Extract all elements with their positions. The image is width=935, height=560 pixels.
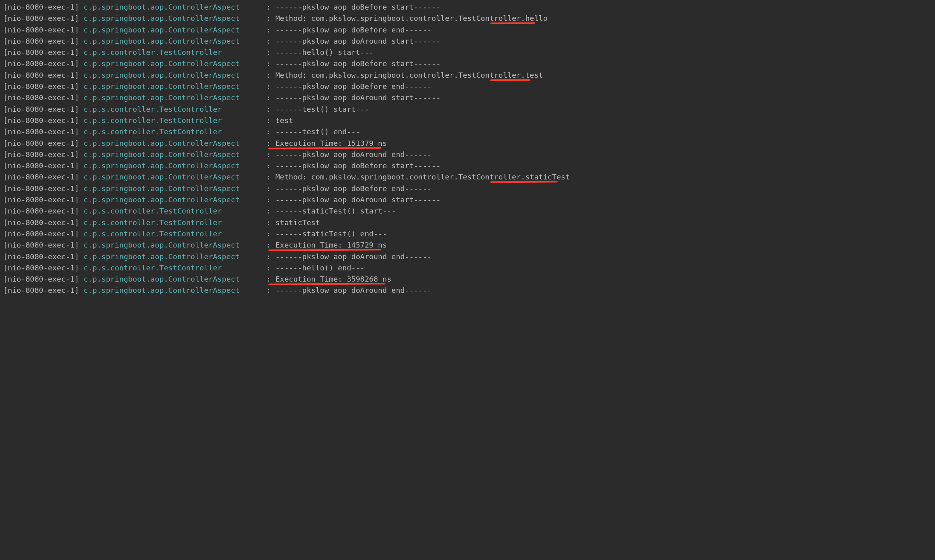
log-message: ------staticTest() end---: [275, 230, 387, 238]
thread-name: [nio-8080-exec-1]: [3, 14, 83, 22]
log-line: [nio-8080-exec-1] c.p.s.controller.TestC…: [3, 115, 932, 126]
logger-name: c.p.springboot.aop.ControllerAspect: [83, 82, 262, 91]
thread-name: [nio-8080-exec-1]: [3, 37, 83, 45]
logger-name: c.p.springboot.aop.ControllerAspect: [83, 3, 262, 11]
log-line: [nio-8080-exec-1] c.p.springboot.aop.Con…: [3, 183, 932, 194]
logger-name: c.p.springboot.aop.ControllerAspect: [83, 252, 262, 261]
separator: :: [262, 82, 275, 91]
logger-name: c.p.springboot.aop.ControllerAspect: [83, 161, 262, 170]
log-line: [nio-8080-exec-1] c.p.springboot.aop.Con…: [3, 274, 932, 285]
log-message: ------pkslow aop doAround end------: [275, 286, 431, 294]
logger-name: c.p.s.controller.TestController: [83, 207, 262, 215]
separator: :: [262, 37, 275, 45]
separator: :: [262, 59, 275, 68]
separator: :: [262, 139, 275, 147]
thread-name: [nio-8080-exec-1]: [3, 252, 83, 261]
logger-name: c.p.springboot.aop.ControllerAspect: [83, 275, 262, 283]
separator: :: [262, 184, 275, 193]
thread-name: [nio-8080-exec-1]: [3, 105, 83, 113]
log-message: ------pkslow aop doAround end------: [275, 252, 431, 261]
logger-name: c.p.springboot.aop.ControllerAspect: [83, 195, 262, 204]
separator: :: [262, 241, 275, 249]
separator: :: [262, 3, 275, 11]
log-message: Method: com.pkslow.springboot.controller…: [275, 173, 570, 181]
thread-name: [nio-8080-exec-1]: [3, 150, 83, 159]
log-line: [nio-8080-exec-1] c.p.s.controller.TestC…: [3, 205, 932, 217]
logger-name: c.p.s.controller.TestController: [83, 105, 262, 113]
log-message: ------test() start---: [275, 105, 369, 113]
log-line: [nio-8080-exec-1] c.p.s.controller.TestC…: [3, 104, 932, 115]
log-line: [nio-8080-exec-1] c.p.springboot.aop.Con…: [3, 58, 932, 69]
logger-name: c.p.s.controller.TestController: [83, 264, 262, 272]
log-line: [nio-8080-exec-1] c.p.springboot.aop.Con…: [3, 240, 932, 251]
separator: :: [262, 173, 275, 181]
separator: :: [262, 252, 275, 261]
thread-name: [nio-8080-exec-1]: [3, 116, 83, 125]
log-line: [nio-8080-exec-1] c.p.springboot.aop.Con…: [3, 149, 932, 160]
separator: :: [262, 26, 275, 34]
log-message: ------staticTest() start---: [275, 207, 396, 215]
log-line: [nio-8080-exec-1] c.p.springboot.aop.Con…: [3, 36, 932, 47]
thread-name: [nio-8080-exec-1]: [3, 161, 83, 170]
logger-name: c.p.s.controller.TestController: [83, 230, 262, 238]
logger-name: c.p.s.controller.TestController: [83, 116, 262, 125]
separator: :: [262, 48, 275, 56]
log-message: ------hello() start---: [275, 48, 373, 56]
thread-name: [nio-8080-exec-1]: [3, 173, 83, 181]
log-message: ------pkslow aop doBefore end------: [275, 26, 431, 34]
logger-name: c.p.springboot.aop.ControllerAspect: [83, 59, 262, 68]
log-line: [nio-8080-exec-1] c.p.s.controller.TestC…: [3, 262, 932, 274]
log-line: [nio-8080-exec-1] c.p.springboot.aop.Con…: [3, 138, 932, 149]
log-message: Execution Time: 3598268 ns: [275, 275, 391, 283]
thread-name: [nio-8080-exec-1]: [3, 59, 83, 68]
separator: :: [262, 127, 275, 136]
separator: :: [262, 116, 275, 125]
log-message: Method: com.pkslow.springboot.controller…: [275, 14, 547, 22]
separator: :: [262, 105, 275, 113]
thread-name: [nio-8080-exec-1]: [3, 71, 83, 79]
log-message: test: [275, 116, 293, 125]
log-message: ------test() end---: [275, 127, 360, 136]
log-line: [nio-8080-exec-1] c.p.s.controller.TestC…: [3, 47, 932, 58]
logger-name: c.p.s.controller.TestController: [83, 48, 262, 56]
thread-name: [nio-8080-exec-1]: [3, 207, 83, 215]
separator: :: [262, 150, 275, 159]
thread-name: [nio-8080-exec-1]: [3, 26, 83, 34]
separator: :: [262, 264, 275, 272]
logger-name: c.p.springboot.aop.ControllerAspect: [83, 139, 262, 147]
log-line: [nio-8080-exec-1] c.p.s.controller.TestC…: [3, 217, 932, 228]
thread-name: [nio-8080-exec-1]: [3, 275, 83, 283]
thread-name: [nio-8080-exec-1]: [3, 195, 83, 204]
logger-name: c.p.springboot.aop.ControllerAspect: [83, 71, 262, 79]
log-line: [nio-8080-exec-1] c.p.s.controller.TestC…: [3, 126, 932, 137]
log-line: [nio-8080-exec-1] c.p.springboot.aop.Con…: [3, 160, 932, 171]
log-message: Execution Time: 145729 ns: [275, 241, 387, 249]
log-line: [nio-8080-exec-1] c.p.springboot.aop.Con…: [3, 2, 932, 13]
log-line: [nio-8080-exec-1] c.p.springboot.aop.Con…: [3, 285, 932, 296]
logger-name: c.p.springboot.aop.ControllerAspect: [83, 37, 262, 45]
separator: :: [262, 195, 275, 204]
thread-name: [nio-8080-exec-1]: [3, 127, 83, 136]
log-line: [nio-8080-exec-1] c.p.springboot.aop.Con…: [3, 92, 932, 103]
log-message: ------pkslow aop doAround end------: [275, 150, 431, 159]
log-message: ------pkslow aop doBefore end------: [275, 82, 431, 91]
log-message: ------pkslow aop doAround start------: [275, 93, 440, 102]
separator: :: [262, 230, 275, 238]
logger-name: c.p.springboot.aop.ControllerAspect: [83, 241, 262, 249]
log-line: [nio-8080-exec-1] c.p.springboot.aop.Con…: [3, 81, 932, 92]
separator: :: [262, 218, 275, 227]
logger-name: c.p.springboot.aop.ControllerAspect: [83, 184, 262, 193]
logger-name: c.p.s.controller.TestController: [83, 127, 262, 136]
log-message: ------pkslow aop doAround start------: [275, 195, 440, 204]
separator: :: [262, 71, 275, 79]
thread-name: [nio-8080-exec-1]: [3, 218, 83, 227]
log-message: ------hello() end---: [275, 264, 365, 272]
log-line: [nio-8080-exec-1] c.p.s.controller.TestC…: [3, 228, 932, 240]
thread-name: [nio-8080-exec-1]: [3, 241, 83, 249]
thread-name: [nio-8080-exec-1]: [3, 286, 83, 294]
log-message: ------pkslow aop doBefore start------: [275, 3, 440, 11]
thread-name: [nio-8080-exec-1]: [3, 139, 83, 147]
log-message: staticTest: [275, 218, 320, 227]
logger-name: c.p.springboot.aop.ControllerAspect: [83, 286, 262, 294]
separator: :: [262, 275, 275, 283]
